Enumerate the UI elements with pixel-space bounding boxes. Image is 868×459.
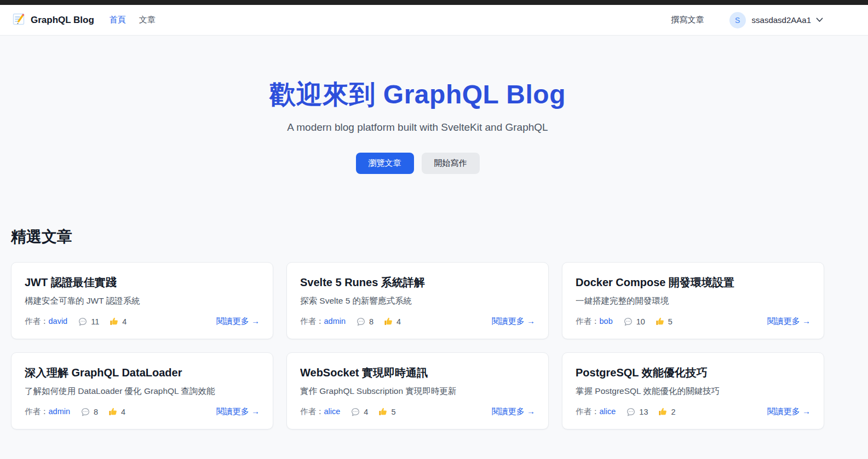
featured-section: 精選文章 JWT 認證最佳實踐 構建安全可靠的 JWT 認證系統 作者：davi…	[0, 226, 835, 429]
comments-stat: 4	[350, 407, 368, 417]
comments-stat: 11	[78, 317, 99, 327]
likes-stat: 5	[656, 317, 672, 326]
nav-link-articles[interactable]: 文章	[139, 15, 156, 25]
navbar: GraphQL Blog 首頁 文章 撰寫文章 S ssasdasd2AAa1	[0, 5, 868, 36]
post-author: 作者：bob	[576, 316, 613, 327]
post-description: 了解如何使用 DataLoader 優化 GraphQL 查詢效能	[25, 386, 260, 397]
comment-count: 10	[636, 317, 645, 326]
post-author: 作者：alice	[576, 406, 616, 417]
like-count: 4	[396, 317, 401, 326]
username: ssasdasd2AAa1	[752, 15, 811, 25]
like-count: 5	[391, 408, 395, 416]
post-card: Docker Compose 開發環境設置 一鍵搭建完整的開發環境 作者：bob…	[562, 262, 824, 339]
nav-link-home[interactable]: 首頁	[110, 15, 126, 25]
post-meta: 作者：david 11 4 閱讀更多 →	[25, 316, 260, 327]
post-author: 作者：david	[25, 316, 67, 327]
likes-stat: 4	[110, 317, 127, 326]
post-title: JWT 認證最佳實踐	[25, 275, 260, 290]
post-title: WebSocket 實現即時通訊	[300, 365, 535, 380]
comment-count: 13	[639, 408, 648, 416]
post-meta: 作者：alice 13 2 閱讀更多 →	[576, 406, 810, 417]
comment-count: 8	[94, 408, 98, 416]
comment-count: 8	[369, 317, 373, 326]
hero-subtitle: A modern blog platform built with Svelte…	[0, 121, 835, 133]
read-more-link[interactable]: 閱讀更多 →	[216, 406, 260, 417]
post-meta: 作者：admin 8 4 閱讀更多 →	[25, 406, 260, 417]
comment-bubble-icon	[626, 407, 636, 417]
post-card: JWT 認證最佳實踐 構建安全可靠的 JWT 認證系統 作者：david 11 …	[11, 262, 273, 339]
post-description: 掌握 PostgreSQL 效能優化的關鍵技巧	[576, 386, 810, 397]
post-card: WebSocket 實現即時通訊 實作 GraphQL Subscription…	[286, 352, 549, 429]
likes-stat: 5	[378, 407, 395, 416]
page-content: 歡迎來到 GraphQL Blog A modern blog platform…	[0, 77, 835, 429]
chevron-down-icon	[816, 18, 823, 22]
nav-links: 首頁 文章	[110, 15, 156, 25]
user-menu[interactable]: S ssasdasd2AAa1	[729, 12, 823, 28]
comment-count: 11	[91, 317, 99, 326]
post-title: PostgreSQL 效能優化技巧	[576, 365, 810, 380]
brand[interactable]: GraphQL Blog	[12, 13, 94, 28]
comment-bubble-icon	[78, 317, 88, 327]
author-name: admin	[324, 317, 346, 326]
author-name: alice	[600, 407, 616, 416]
post-card: 深入理解 GraphQL DataLoader 了解如何使用 DataLoade…	[11, 352, 273, 429]
post-title: Docker Compose 開發環境設置	[576, 275, 810, 290]
comments-stat: 8	[356, 317, 373, 327]
brand-title: GraphQL Blog	[31, 15, 94, 26]
comments-stat: 8	[81, 407, 98, 417]
comments-stat: 13	[626, 407, 648, 417]
author-name: bob	[600, 317, 613, 326]
comment-bubble-icon	[350, 407, 360, 417]
read-more-link[interactable]: 閱讀更多 →	[767, 316, 810, 327]
comments-stat: 10	[623, 317, 645, 327]
comment-count: 4	[364, 408, 368, 416]
comment-bubble-icon	[623, 317, 633, 327]
like-count: 4	[121, 408, 125, 416]
post-grid: JWT 認證最佳實踐 構建安全可靠的 JWT 認證系統 作者：david 11 …	[11, 262, 824, 429]
post-description: 探索 Svelte 5 的新響應式系統	[300, 295, 535, 307]
like-count: 5	[668, 317, 672, 326]
thumbs-up-icon	[108, 407, 118, 416]
hero-title: 歡迎來到 GraphQL Blog	[0, 77, 835, 112]
browse-articles-button[interactable]: 瀏覽文章	[356, 153, 414, 174]
post-author: 作者：alice	[300, 406, 340, 417]
thumbs-up-icon	[378, 407, 388, 416]
start-writing-button[interactable]: 開始寫作	[422, 153, 480, 174]
like-count: 4	[122, 317, 127, 326]
post-author: 作者：admin	[300, 316, 346, 327]
likes-stat: 4	[384, 317, 401, 326]
post-author: 作者：admin	[25, 406, 70, 417]
hero-actions: 瀏覽文章 開始寫作	[0, 153, 835, 174]
hero-section: 歡迎來到 GraphQL Blog A modern blog platform…	[0, 77, 835, 174]
post-meta: 作者：alice 4 5 閱讀更多 →	[300, 406, 535, 417]
comment-bubble-icon	[81, 407, 90, 417]
thumbs-up-icon	[384, 317, 393, 326]
comment-bubble-icon	[356, 317, 366, 327]
post-title: 深入理解 GraphQL DataLoader	[25, 365, 260, 380]
post-description: 一鍵搭建完整的開發環境	[576, 295, 810, 307]
thumbs-up-icon	[110, 317, 119, 326]
read-more-link[interactable]: 閱讀更多 →	[216, 316, 260, 327]
read-more-link[interactable]: 閱讀更多 →	[492, 316, 535, 327]
likes-stat: 4	[108, 407, 125, 416]
like-count: 2	[671, 408, 675, 416]
likes-stat: 2	[658, 407, 675, 416]
post-description: 實作 GraphQL Subscription 實現即時更新	[300, 386, 535, 397]
memo-logo-icon	[12, 13, 25, 28]
post-description: 構建安全可靠的 JWT 認證系統	[25, 295, 260, 307]
write-article-link[interactable]: 撰寫文章	[671, 15, 704, 25]
post-title: Svelte 5 Runes 系統詳解	[300, 275, 535, 290]
post-meta: 作者：admin 8 4 閱讀更多 →	[300, 316, 535, 327]
post-meta: 作者：bob 10 5 閱讀更多 →	[576, 316, 810, 327]
featured-heading: 精選文章	[11, 226, 835, 247]
browser-chrome-strip	[0, 0, 868, 5]
author-name: admin	[49, 407, 71, 416]
read-more-link[interactable]: 閱讀更多 →	[767, 406, 810, 417]
read-more-link[interactable]: 閱讀更多 →	[492, 406, 535, 417]
avatar[interactable]: S	[729, 12, 746, 28]
author-name: alice	[324, 407, 341, 416]
thumbs-up-icon	[658, 407, 668, 416]
post-card: PostgreSQL 效能優化技巧 掌握 PostgreSQL 效能優化的關鍵技…	[562, 352, 824, 429]
thumbs-up-icon	[656, 317, 665, 326]
post-card: Svelte 5 Runes 系統詳解 探索 Svelte 5 的新響應式系統 …	[286, 262, 549, 339]
